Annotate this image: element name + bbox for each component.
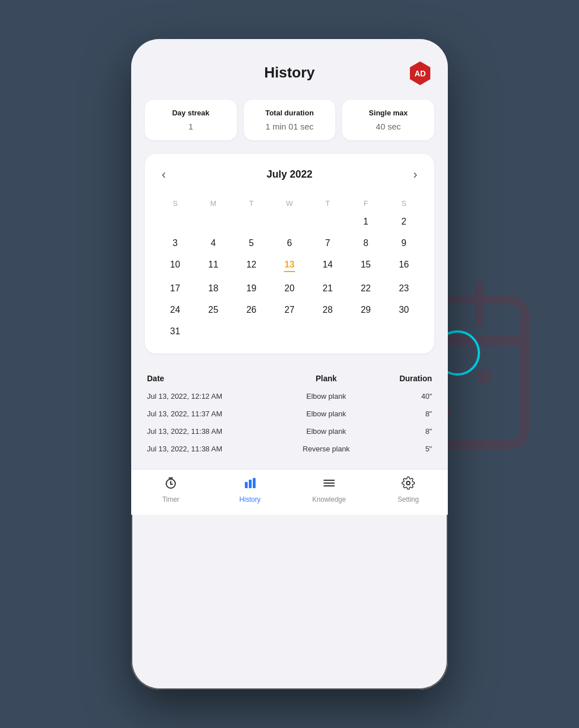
calendar-day-empty: [309, 211, 347, 232]
nav-item-knowledge[interactable]: Knowledge: [312, 476, 346, 503]
calendar-day[interactable]: 15: [347, 254, 384, 278]
svg-rect-15: [253, 478, 256, 488]
calendar-day-empty: [232, 211, 270, 232]
table-cell-date: Jul 13, 2022, 11:38 AM: [145, 440, 282, 458]
calendar-day[interactable]: 7: [309, 232, 347, 254]
calendar-day[interactable]: 20: [270, 278, 308, 299]
calendar-day-header: S: [156, 196, 194, 211]
svg-rect-14: [249, 480, 252, 488]
calendar-day[interactable]: 14: [309, 254, 347, 278]
table-cell-duration: 40": [370, 387, 434, 405]
calendar-day[interactable]: 9: [385, 232, 423, 254]
calendar-day[interactable]: 13: [270, 254, 308, 278]
calendar-day[interactable]: 11: [194, 254, 232, 278]
calendar-day[interactable]: 28: [309, 299, 347, 321]
calendar-day[interactable]: 12: [232, 254, 270, 278]
calendar-section: ‹ July 2022 › SMTWTFS1234567891011121314…: [145, 154, 434, 354]
next-month-button[interactable]: ›: [408, 165, 423, 184]
calendar-day[interactable]: 18: [194, 278, 232, 299]
calendar-grid: SMTWTFS123456789101112131415161718192021…: [156, 196, 423, 342]
stat-label-2: Single max: [369, 109, 408, 117]
table-cell-plank: Elbow plank: [282, 405, 371, 423]
calendar-day[interactable]: 2: [385, 211, 423, 232]
calendar-day[interactable]: 5: [232, 232, 270, 254]
calendar-day[interactable]: 19: [232, 278, 270, 299]
calendar-day-empty: [270, 211, 308, 232]
history-section: DatePlankDuration Jul 13, 2022, 12:12 AM…: [131, 358, 448, 469]
table-row[interactable]: Jul 13, 2022, 11:38 AMReverse plank5": [145, 440, 434, 458]
calendar-day[interactable]: 6: [270, 232, 308, 254]
calendar-day[interactable]: 23: [385, 278, 423, 299]
table-row[interactable]: Jul 13, 2022, 11:38 AMElbow plank8": [145, 423, 434, 440]
calendar-day[interactable]: 10: [156, 254, 194, 278]
calendar-day-empty: [385, 321, 423, 342]
calendar-day-header: M: [194, 196, 232, 211]
table-cell-plank: Reverse plank: [282, 440, 371, 458]
calendar-day[interactable]: 17: [156, 278, 194, 299]
table-row[interactable]: Jul 13, 2022, 11:37 AMElbow plank8": [145, 405, 434, 423]
calendar-day-header: W: [270, 196, 308, 211]
calendar-day[interactable]: 24: [156, 299, 194, 321]
calendar-day[interactable]: 26: [232, 299, 270, 321]
nav-icon-setting: [401, 476, 415, 493]
calendar-day[interactable]: 27: [270, 299, 308, 321]
table-cell-plank: Elbow plank: [282, 387, 371, 405]
nav-item-setting[interactable]: Setting: [391, 476, 425, 503]
history-table: DatePlankDuration Jul 13, 2022, 12:12 AM…: [145, 369, 434, 458]
phone-frame: History AD Day streak1Total duration1 mi…: [131, 39, 448, 690]
calendar-day-header: T: [232, 196, 270, 211]
table-col-header-0: Date: [145, 369, 282, 387]
nav-label-timer: Timer: [162, 496, 179, 503]
phone-content: History AD Day streak1Total duration1 mi…: [131, 50, 448, 515]
calendar-day[interactable]: 16: [385, 254, 423, 278]
header: History AD: [131, 50, 448, 91]
stat-label-1: Total duration: [265, 109, 314, 117]
calendar-day-empty: [194, 211, 232, 232]
nav-icon-timer: [164, 476, 178, 493]
nav-label-history: History: [239, 496, 260, 503]
table-cell-date: Jul 13, 2022, 12:12 AM: [145, 387, 282, 405]
table-col-header-2: Duration: [370, 369, 434, 387]
stat-card-0: Day streak1: [145, 100, 237, 140]
calendar-day-header: S: [385, 196, 423, 211]
calendar-day[interactable]: 22: [347, 278, 384, 299]
nav-label-knowledge: Knowledge: [312, 496, 345, 503]
calendar-day[interactable]: 31: [156, 321, 194, 342]
calendar-day[interactable]: 4: [194, 232, 232, 254]
prev-month-button[interactable]: ‹: [156, 165, 171, 184]
nav-icon-knowledge: [322, 476, 336, 493]
calendar-day[interactable]: 25: [194, 299, 232, 321]
stat-label-0: Day streak: [172, 109, 209, 117]
nav-item-history[interactable]: History: [233, 476, 267, 503]
calendar-day[interactable]: 3: [156, 232, 194, 254]
bottom-nav: Timer History Knowledge Setting: [131, 469, 448, 515]
calendar-day-header: T: [309, 196, 347, 211]
nav-item-timer[interactable]: Timer: [154, 476, 188, 503]
stat-value-1: 1 min 01 sec: [265, 122, 313, 131]
table-cell-date: Jul 13, 2022, 11:38 AM: [145, 423, 282, 440]
calendar-day[interactable]: 8: [347, 232, 384, 254]
table-cell-duration: 5": [370, 440, 434, 458]
calendar-day[interactable]: 21: [309, 278, 347, 299]
table-cell-duration: 8": [370, 423, 434, 440]
svg-point-6: [477, 369, 491, 384]
nav-icon-history: [243, 476, 257, 493]
calendar-day-empty: [232, 321, 270, 342]
stat-card-1: Total duration1 min 01 sec: [244, 100, 336, 140]
status-bar: [131, 39, 448, 50]
table-cell-duration: 8": [370, 405, 434, 423]
table-cell-plank: Elbow plank: [282, 423, 371, 440]
stat-value-0: 1: [188, 122, 193, 131]
table-row[interactable]: Jul 13, 2022, 12:12 AMElbow plank40": [145, 387, 434, 405]
page-title: History: [264, 64, 315, 81]
calendar-day[interactable]: 30: [385, 299, 423, 321]
table-cell-date: Jul 13, 2022, 11:37 AM: [145, 405, 282, 423]
calendar-day-empty: [270, 321, 308, 342]
calendar-day-header: F: [347, 196, 384, 211]
avatar: AD: [408, 62, 432, 85]
calendar-day[interactable]: 29: [347, 299, 384, 321]
calendar-day-empty: [309, 321, 347, 342]
svg-point-19: [407, 481, 410, 485]
nav-label-setting: Setting: [397, 496, 418, 503]
calendar-day[interactable]: 1: [347, 211, 384, 232]
